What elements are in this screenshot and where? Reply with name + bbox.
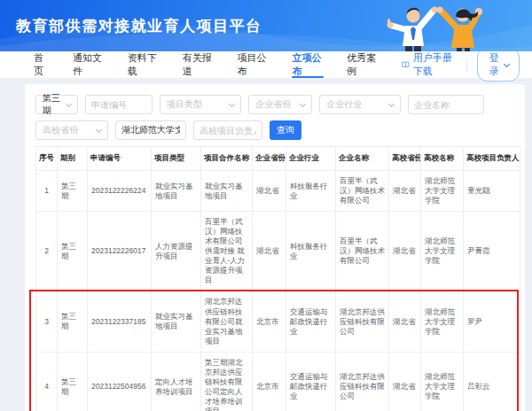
university-leader-input[interactable]: [193, 120, 262, 140]
table-cell: 湖北省: [389, 212, 421, 291]
filter-row-1: 第三期 项目类型 企业省份 企业行业: [35, 95, 520, 114]
company-name-input[interactable]: [408, 95, 484, 114]
phase-select[interactable]: 第三期: [35, 95, 78, 114]
nav-item-reports[interactable]: 有关报道: [183, 51, 215, 78]
chevron-down-icon: [300, 100, 306, 106]
table-cell: 吕彩云: [464, 352, 520, 411]
table-cell: 第三期: [58, 352, 88, 411]
table-cell: 湖北省: [389, 171, 421, 212]
table-cell: 百里半（武汉）网络技术有限公司: [336, 171, 389, 212]
company-province-select[interactable]: 企业省份: [248, 95, 312, 114]
table-cell: 人力资源提升项目: [152, 212, 201, 291]
table-row[interactable]: 2第三期2023122226017人力资源提升项目百里半（武汉）网络技术有限公司…: [36, 212, 520, 291]
column-header: 企业名称: [336, 147, 389, 171]
table-cell: 北京市: [253, 352, 286, 411]
table-cell: 科技服务行业: [286, 171, 336, 212]
table-cell: 湖北京邦达供应链科技有限公司: [336, 291, 389, 352]
projects-table: 序号期别申请编号项目类型项目合作名称企业省份企业行业企业名称高校省份高校名称高校…: [35, 146, 520, 411]
table-cell: 湖北省: [389, 352, 421, 411]
chevron-down-icon: [66, 100, 72, 106]
company-industry-select[interactable]: 企业行业: [319, 95, 401, 114]
filter-row-2: 高校省份 查询: [35, 120, 520, 140]
table-cell: 4: [36, 352, 58, 411]
column-header: 期别: [58, 147, 88, 171]
table-cell: 2: [36, 212, 58, 291]
chevron-down-icon: [504, 60, 510, 66]
chevron-down-icon: [388, 100, 395, 106]
application-no-input[interactable]: [85, 95, 153, 114]
table-cell: 尹菁霞: [464, 212, 520, 291]
table-cell: 第三期湖北京邦达供应链科技有限公司定向人才培养培训项目: [201, 352, 253, 411]
table-cell: 就业实习基地项目: [152, 171, 201, 212]
column-header: 项目类型: [152, 147, 201, 171]
table-cell: 1: [36, 171, 58, 212]
table-header-row: 序号期别申请编号项目类型项目合作名称企业省份企业行业企业名称高校省份高校名称高校…: [36, 147, 520, 171]
table-cell: 就业实习基地项目: [152, 291, 201, 352]
column-header: 高校项目负责人: [464, 147, 520, 171]
chevron-down-icon: [229, 100, 235, 106]
chevron-down-icon: [96, 126, 102, 132]
column-header: 企业行业: [286, 147, 336, 171]
table-cell: 2023122504956: [88, 352, 152, 411]
login-button[interactable]: 登录: [477, 48, 520, 81]
results-card: 第三期 项目类型 企业省份 企业行业: [25, 84, 525, 411]
table-cell: 湖北师范大学文理学院: [421, 171, 464, 212]
nav-item-downloads[interactable]: 资料下载: [128, 51, 160, 78]
phase-select-value: 第三期: [43, 92, 66, 117]
user-manual-download-link[interactable]: 用户手册下载: [402, 51, 456, 78]
table-cell: 2023122226224: [88, 171, 152, 212]
nav-right: 用户手册下载 登录: [402, 48, 520, 81]
project-type-select[interactable]: 项目类型: [160, 95, 241, 114]
table-cell: 湖北师范大学文理学院: [421, 291, 464, 352]
table-cell: 百里半（武汉）网络技术有限公司: [336, 212, 389, 291]
user-manual-label: 用户手册下载: [413, 51, 456, 78]
main-nav: 首页 通知文件 资料下载 有关报道 项目公布 立项公布 优秀案例 用户手册下载 …: [0, 51, 532, 78]
table-cell: 第三期: [58, 171, 88, 212]
login-label: 登录: [488, 51, 500, 78]
content-area: 第三期 项目类型 企业省份 企业行业: [0, 78, 532, 411]
project-type-placeholder: 项目类型: [167, 98, 202, 111]
table-cell: 第三期: [58, 212, 88, 291]
app-banner: 教育部供需对接就业育人项目平台: [0, 0, 532, 51]
book-icon: [402, 59, 410, 70]
filter-bar: 第三期 项目类型 企业省份 企业行业: [35, 95, 520, 140]
table-row[interactable]: 4第三期2023122504956定向人才培养培训项目第三期湖北京邦达供应链科技…: [36, 352, 520, 411]
column-header: 项目合作名称: [201, 147, 253, 171]
column-header: 高校省份: [389, 147, 421, 171]
table-cell: 科技服务行业: [286, 212, 336, 291]
table-cell: 湖北京邦达供应链科技有限公司: [336, 352, 389, 411]
table-row[interactable]: 1第三期2023122226224就业实习基地项目就业实习基地项目湖北省科技服务…: [36, 171, 520, 212]
university-province-placeholder: 高校省份: [43, 124, 78, 136]
nav-item-cases[interactable]: 优秀案例: [347, 51, 379, 78]
table-cell: 湖北省: [253, 212, 286, 291]
search-button[interactable]: 查询: [270, 120, 301, 140]
table-cell: 2023122337185: [88, 291, 152, 352]
table-cell: 交通运输与邮政快递行业: [286, 352, 336, 411]
table-cell: 湖北师范大学文理学院: [421, 212, 464, 291]
column-header: 申请编号: [88, 147, 152, 171]
nav-item-project-announcement[interactable]: 项目公布: [238, 51, 270, 78]
column-header: 高校名称: [421, 147, 464, 171]
table-cell: 就业实习基地项目: [201, 171, 253, 212]
nav-item-notices[interactable]: 通知文件: [73, 51, 105, 78]
table-cell: 湖北省: [389, 291, 421, 352]
nav-item-home[interactable]: 首页: [34, 51, 50, 78]
nav-item-approval-announcement[interactable]: 立项公布: [292, 51, 324, 78]
column-header: 企业省份: [253, 147, 286, 171]
table-cell: 3: [36, 291, 58, 352]
table-cell: 交通运输与邮政快递行业: [286, 291, 336, 352]
table-row[interactable]: 3第三期2023122337185就业实习基地项目湖北京邦达供应链科技有限公司就…: [36, 291, 520, 352]
table-cell: 罗尹: [464, 291, 520, 352]
table-cell: 百里半（武汉）网络技术有限公司供需对接 就业育人-人力资源提升项目: [201, 212, 253, 291]
company-industry-placeholder: 企业行业: [326, 98, 362, 111]
table-cell: 湖北省: [253, 171, 286, 212]
table-cell: 定向人才培养培训项目: [152, 352, 201, 411]
column-header: 序号: [36, 147, 58, 171]
table-cell: 童光聪: [464, 171, 520, 212]
company-province-placeholder: 企业省份: [255, 98, 291, 111]
table-cell: 湖北京邦达供应链科技有限公司就业实习基地项目: [201, 291, 253, 352]
university-name-input[interactable]: [115, 120, 186, 140]
university-province-select[interactable]: 高校省份: [35, 120, 108, 140]
app-title: 教育部供需对接就业育人项目平台: [16, 16, 262, 36]
table-cell: 第三期: [58, 291, 88, 352]
